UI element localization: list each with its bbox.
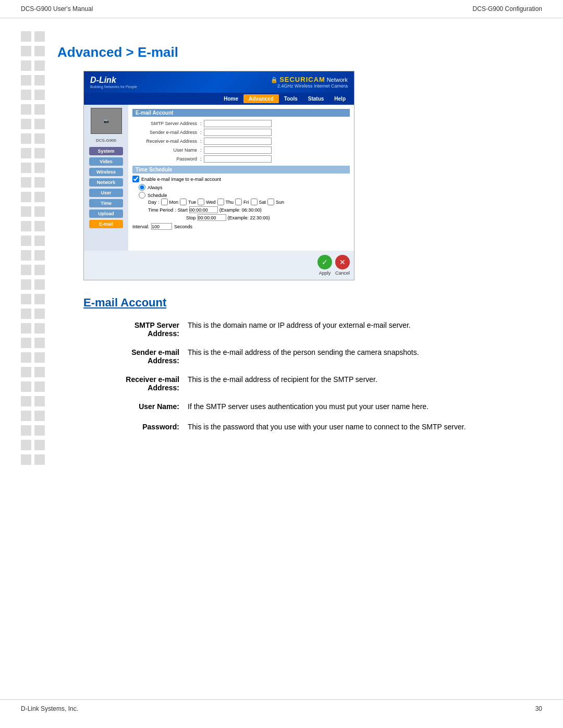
smtp-server-row: SMTP Server Address :: [132, 120, 350, 127]
sender-email-input[interactable]: [204, 129, 272, 136]
form-section-title: E-mail Account: [132, 109, 350, 117]
schedule-label: Schedule: [148, 193, 167, 198]
start-time-input[interactable]: [189, 206, 218, 213]
day-sat[interactable]: [251, 199, 258, 205]
enable-email-checkbox[interactable]: [132, 176, 139, 182]
receiver-email-label: Receiver e-mail Address: [132, 139, 200, 144]
desc-row-password: Password: This is the password that you …: [83, 422, 563, 442]
desc-label-receiver: Receiver e-mailAddress:: [83, 374, 188, 401]
nav-bar: Home Advanced Tools Status Help: [84, 93, 354, 105]
config-title: DCS-G900 Configuration: [473, 5, 542, 13]
always-row: Always: [139, 184, 350, 191]
day-label: Day: [148, 200, 156, 205]
camera-image: 📷: [91, 108, 122, 134]
day-sun[interactable]: [267, 199, 274, 205]
stop-row: Stop (Example: 22:30:00): [148, 214, 350, 221]
decorative-squares: [21, 31, 45, 686]
sidebar-btn-video[interactable]: Video: [89, 157, 123, 166]
day-thu[interactable]: [217, 199, 224, 205]
page-footer: D-Link Systems, Inc. 30: [0, 699, 563, 718]
start-row: Time Period : Start (Example: 06:30:00): [148, 206, 350, 213]
action-buttons-area: Apply Cancel: [84, 251, 354, 280]
desc-row-smtp: SMTP ServerAddress: This is the domain n…: [83, 320, 563, 347]
footer-page-number: 30: [535, 705, 542, 712]
receiver-email-input[interactable]: [204, 138, 272, 145]
always-label: Always: [148, 185, 163, 190]
password-row: Password :: [132, 155, 350, 163]
day-tue[interactable]: [180, 199, 187, 205]
time-schedule-title: Time Schedule: [132, 166, 350, 174]
desc-row-receiver: Receiver e-mailAddress: This is the e-ma…: [83, 374, 563, 401]
stop-time-input[interactable]: [198, 214, 226, 221]
section-heading: E-mail Account: [83, 296, 542, 310]
apply-label: Apply: [319, 270, 331, 276]
username-input[interactable]: [204, 146, 272, 154]
cancel-button[interactable]: [335, 255, 350, 269]
form-area: E-mail Account SMTP Server Address : Sen…: [128, 105, 354, 251]
schedule-detail: Day : Mon Tue Wed Thu Fri Sat Sun Time P…: [148, 199, 350, 221]
smtp-server-input[interactable]: [204, 120, 272, 127]
password-input[interactable]: [204, 155, 272, 163]
descriptions-table: SMTP ServerAddress: This is the domain n…: [83, 320, 563, 442]
day-fri[interactable]: [235, 199, 242, 205]
smtp-server-label: SMTP Server Address: [132, 121, 200, 126]
desc-text-receiver: This is the e-mail address of recipient …: [188, 374, 563, 401]
enable-email-label: Enable e-mail image to e-mail account: [141, 177, 221, 182]
footer-company: D-Link Systems, Inc.: [21, 705, 78, 712]
radio-always[interactable]: [139, 184, 145, 191]
start-label: Start: [178, 207, 188, 213]
interval-label: Interval:: [132, 224, 149, 229]
day-row: Day : Mon Tue Wed Thu Fri Sat Sun: [148, 199, 350, 205]
sidebar-btn-time[interactable]: Time: [89, 199, 123, 207]
page-header: DCS-G900 User's Manual DCS-G900 Configur…: [0, 0, 563, 18]
manual-title: DCS-G900 User's Manual: [21, 5, 93, 13]
radio-group: Always Schedule: [139, 184, 350, 199]
screenshot-ui: D-Link Building Networks for People 🔒 SE…: [83, 71, 354, 280]
sidebar-btn-system[interactable]: System: [89, 147, 123, 155]
panel-layout: 📷 DCS-G900 System Video Wireless Network…: [84, 105, 354, 251]
desc-text-sender: This is the e-mail address of the person…: [188, 347, 563, 374]
dlink-logo: D-Link Building Networks for People: [90, 76, 137, 89]
sidebar-btn-upload[interactable]: Upload: [89, 209, 123, 218]
receiver-email-row: Receiver e-mail Address :: [132, 138, 350, 145]
page-title: Advanced > E-mail: [57, 44, 542, 60]
sender-email-label: Sender e-mail Address: [132, 130, 200, 135]
radio-schedule[interactable]: [139, 192, 145, 199]
start-example: (Example: 06:30:00): [219, 207, 262, 213]
securicam-area: 🔒 SECURICAM Network 2.4GHz Wireless Inte…: [271, 76, 348, 89]
desc-label-password: Password:: [83, 422, 188, 442]
desc-label-username: User Name:: [83, 401, 188, 422]
time-period-label: Time Period: [148, 207, 173, 213]
securicam-logo: 🔒 SECURICAM Network: [271, 76, 348, 83]
desc-text-smtp: This is the domain name or IP address of…: [188, 320, 563, 347]
apply-button[interactable]: [317, 255, 332, 269]
desc-label-smtp: SMTP ServerAddress:: [83, 320, 188, 347]
sidebar-btn-wireless[interactable]: Wireless: [89, 168, 123, 176]
sender-email-row: Sender e-mail Address :: [132, 129, 350, 136]
day-mon[interactable]: [161, 199, 168, 205]
nav-home[interactable]: Home: [218, 94, 243, 103]
desc-row-username: User Name: If the SMTP server uses authe…: [83, 401, 563, 422]
camera-sidebar: 📷 DCS-G900 System Video Wireless Network…: [84, 105, 128, 251]
username-label: User Name: [132, 147, 200, 153]
nav-help[interactable]: Help: [329, 94, 351, 103]
interval-row: Interval: Seconds: [132, 223, 350, 230]
interval-input[interactable]: [151, 223, 172, 230]
sidebar-btn-email[interactable]: E-mail: [89, 220, 123, 228]
stop-label: Stop: [186, 215, 196, 220]
sidebar-btn-user[interactable]: User: [89, 189, 123, 197]
desc-text-password: This is the password that you use with y…: [188, 422, 563, 442]
cancel-label: Cancel: [335, 270, 350, 276]
desc-text-username: If the SMTP server uses authentication y…: [188, 401, 563, 422]
day-wed[interactable]: [198, 199, 204, 205]
desc-label-sender: Sender e-mailAddress:: [83, 347, 188, 374]
nav-tools[interactable]: Tools: [279, 94, 303, 103]
main-content: Advanced > E-mail D-Link Building Networ…: [57, 18, 563, 463]
sidebar-btn-network[interactable]: Network: [89, 178, 123, 187]
nav-advanced[interactable]: Advanced: [243, 94, 279, 103]
interval-unit: Seconds: [174, 224, 192, 229]
cancel-wrap: Cancel: [335, 255, 350, 276]
nav-status[interactable]: Status: [303, 94, 329, 103]
camera-model-label: DCS-G900: [96, 138, 116, 143]
schedule-row: Schedule: [139, 192, 350, 199]
